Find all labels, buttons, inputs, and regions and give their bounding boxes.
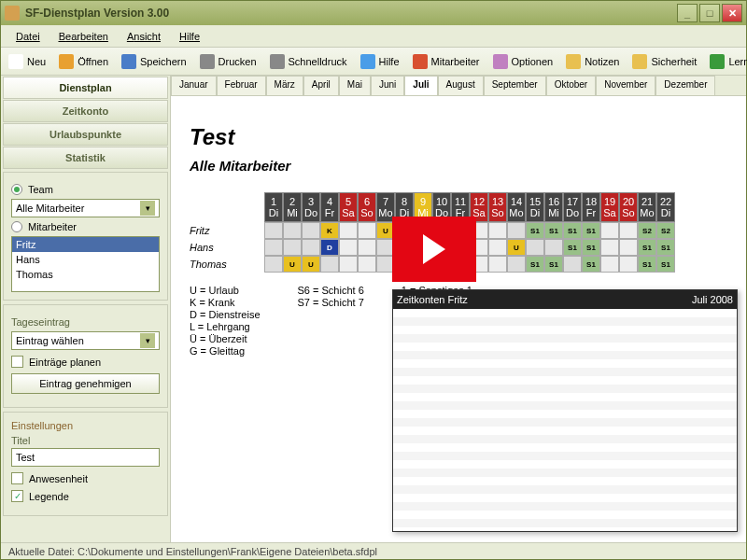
- schedule-cell[interactable]: [507, 222, 526, 239]
- schedule-cell[interactable]: S1: [544, 256, 563, 273]
- schedule-cell[interactable]: D: [320, 239, 339, 256]
- schedule-cell[interactable]: [264, 239, 283, 256]
- mitarbeiter-radio[interactable]: [11, 221, 22, 232]
- schedule-cell[interactable]: [358, 239, 376, 256]
- schedule-cell[interactable]: [488, 239, 507, 256]
- schedule-cell[interactable]: S1: [563, 239, 582, 256]
- schedule-cell[interactable]: [302, 239, 320, 256]
- toolbar-drucken[interactable]: Drucken: [198, 52, 259, 71]
- schedule-cell[interactable]: [619, 222, 638, 239]
- schedule-cell[interactable]: S1: [563, 222, 582, 239]
- titel-input[interactable]: [11, 448, 160, 467]
- schedule-cell[interactable]: [619, 256, 638, 273]
- maximize-button[interactable]: □: [699, 4, 720, 22]
- day-header: 15Di: [526, 192, 544, 222]
- zeitkonten-overlay[interactable]: Zeitkonten Fritz Juli 2008: [392, 289, 738, 532]
- schedule-cell[interactable]: [619, 239, 638, 256]
- schedule-cell[interactable]: S2: [638, 222, 656, 239]
- schedule-cell[interactable]: [339, 239, 358, 256]
- schedule-cell[interactable]: U: [283, 256, 302, 273]
- schedule-cell[interactable]: S1: [638, 239, 656, 256]
- schedule-cell[interactable]: S1: [638, 256, 656, 273]
- schedule-cell[interactable]: S1: [582, 239, 600, 256]
- team-select[interactable]: Alle Mitarbeiter ▾: [11, 199, 160, 217]
- schedule-cell[interactable]: [563, 256, 582, 273]
- schedule-cell[interactable]: S1: [544, 222, 563, 239]
- schedule-cell[interactable]: S1: [526, 256, 544, 273]
- tab-februar[interactable]: Februar: [217, 76, 266, 95]
- schedule-cell[interactable]: [488, 256, 507, 273]
- toolbar-sicherheit[interactable]: Sicherheit: [630, 52, 698, 71]
- schedule-cell[interactable]: K: [320, 222, 339, 239]
- schedule-cell[interactable]: [544, 239, 563, 256]
- toolbar-speichern[interactable]: Speichern: [120, 52, 189, 71]
- legende-checkbox[interactable]: ✓: [11, 490, 23, 502]
- schedule-cell[interactable]: S1: [656, 239, 675, 256]
- schedule-cell[interactable]: U: [302, 256, 320, 273]
- schedule-cell[interactable]: [600, 222, 619, 239]
- video-play-button[interactable]: [392, 217, 476, 282]
- toolbar-hilfe[interactable]: Hilfe: [359, 52, 402, 71]
- toolbar-schnelldruck[interactable]: Schnelldruck: [268, 52, 349, 71]
- schedule-cell[interactable]: [358, 256, 376, 273]
- team-radio[interactable]: [11, 184, 22, 195]
- tab-august[interactable]: August: [438, 76, 484, 95]
- toolbar-öffnen[interactable]: Öffnen: [57, 52, 110, 71]
- tageseintrag-select[interactable]: Eintrag wählen ▾: [11, 331, 160, 350]
- toolbar-notizen[interactable]: Notizen: [564, 52, 621, 71]
- schedule-cell[interactable]: S1: [656, 256, 675, 273]
- schedule-cell[interactable]: [302, 222, 320, 239]
- schedule-cell[interactable]: [488, 222, 507, 239]
- tab-märz[interactable]: März: [266, 76, 303, 95]
- genehmigen-button[interactable]: Eintrag genehmigen: [11, 373, 160, 394]
- schedule-cell[interactable]: S1: [582, 222, 600, 239]
- close-button[interactable]: ✕: [722, 4, 742, 22]
- tab-september[interactable]: September: [484, 76, 546, 95]
- tab-juni[interactable]: Juni: [371, 76, 404, 95]
- list-item[interactable]: Thomas: [12, 267, 159, 282]
- toolbar-neu[interactable]: Neu: [7, 52, 48, 71]
- employee-listbox[interactable]: FritzHansThomas: [11, 236, 160, 292]
- schedule-cell[interactable]: [339, 256, 358, 273]
- schedule-cell[interactable]: [283, 239, 302, 256]
- tab-mai[interactable]: Mai: [339, 76, 371, 95]
- anwesenheit-checkbox[interactable]: [11, 472, 23, 484]
- schedule-cell[interactable]: [320, 256, 339, 273]
- toolbar-lernvideo[interactable]: Lernvideo: [708, 52, 747, 71]
- nav-statistik[interactable]: Statistik: [3, 147, 168, 169]
- list-item[interactable]: Hans: [12, 252, 159, 267]
- tab-oktober[interactable]: Oktober: [546, 76, 597, 95]
- schedule-cell[interactable]: [339, 222, 358, 239]
- schedule-cell[interactable]: [283, 222, 302, 239]
- minimize-button[interactable]: _: [677, 4, 698, 22]
- schedule-cell[interactable]: [507, 256, 526, 273]
- schedule-cell[interactable]: [264, 222, 283, 239]
- toolbar-optionen[interactable]: Optionen: [491, 52, 556, 71]
- list-item[interactable]: Fritz: [12, 237, 159, 252]
- tab-april[interactable]: April: [303, 76, 339, 95]
- nav-dienstplan[interactable]: Dienstplan: [3, 77, 168, 99]
- row-label: Fritz: [190, 222, 264, 239]
- schedule-cell[interactable]: [600, 256, 619, 273]
- menu-bearbeiten[interactable]: Bearbeiten: [51, 28, 116, 45]
- tab-dezember[interactable]: Dezember: [655, 76, 715, 95]
- team-label: Team: [28, 184, 53, 195]
- nav-zeitkonto[interactable]: Zeitkonto: [3, 100, 168, 122]
- schedule-cell[interactable]: [600, 239, 619, 256]
- nav-urlaubspunkte[interactable]: Urlaubspunkte: [3, 123, 168, 146]
- eintraege-planen-checkbox[interactable]: [11, 356, 23, 368]
- schedule-cell[interactable]: [526, 239, 544, 256]
- toolbar-mitarbeiter[interactable]: Mitarbeiter: [411, 52, 482, 71]
- menu-datei[interactable]: Datei: [8, 28, 48, 45]
- menu-hilfe[interactable]: Hilfe: [172, 28, 207, 45]
- schedule-cell[interactable]: S1: [582, 256, 600, 273]
- schedule-cell[interactable]: U: [507, 239, 526, 256]
- menu-ansicht[interactable]: Ansicht: [120, 28, 168, 45]
- tab-juli[interactable]: Juli: [404, 76, 437, 95]
- tab-januar[interactable]: Januar: [171, 76, 217, 95]
- schedule-cell[interactable]: [264, 256, 283, 273]
- schedule-cell[interactable]: S2: [656, 222, 675, 239]
- tab-november[interactable]: November: [596, 76, 655, 95]
- schedule-cell[interactable]: S1: [526, 222, 544, 239]
- schedule-cell[interactable]: [358, 222, 376, 239]
